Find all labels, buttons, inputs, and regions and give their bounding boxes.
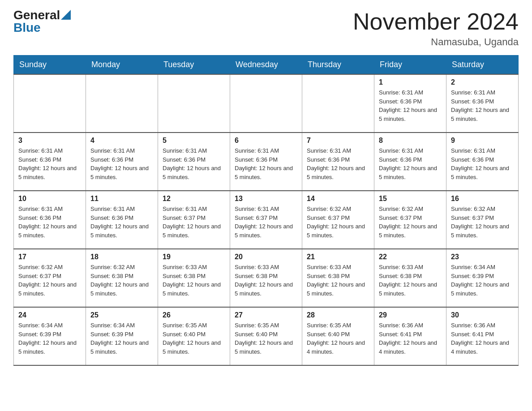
week-row-5: 24Sunrise: 6:34 AMSunset: 6:39 PMDayligh… [14, 307, 519, 365]
day-info: Sunrise: 6:31 AMSunset: 6:36 PMDaylight:… [163, 146, 225, 181]
calendar-table: Sunday Monday Tuesday Wednesday Thursday… [13, 55, 519, 366]
day-cell: 12Sunrise: 6:31 AMSunset: 6:37 PMDayligh… [158, 191, 230, 249]
day-number: 17 [18, 253, 81, 261]
month-title: November 2024 [353, 9, 519, 34]
week-row-1: 1Sunrise: 6:31 AMSunset: 6:36 PMDaylight… [14, 74, 519, 133]
day-cell: 16Sunrise: 6:32 AMSunset: 6:37 PMDayligh… [446, 191, 519, 249]
day-info: Sunrise: 6:31 AMSunset: 6:36 PMDaylight:… [90, 205, 153, 240]
day-cell: 15Sunrise: 6:32 AMSunset: 6:37 PMDayligh… [374, 191, 446, 249]
day-cell [14, 74, 86, 133]
day-info: Sunrise: 6:31 AMSunset: 6:36 PMDaylight:… [307, 146, 369, 181]
logo-triangle-icon [61, 10, 71, 20]
day-info: Sunrise: 6:35 AMSunset: 6:40 PMDaylight:… [235, 321, 297, 356]
day-cell: 27Sunrise: 6:35 AMSunset: 6:40 PMDayligh… [230, 307, 302, 365]
day-info: Sunrise: 6:32 AMSunset: 6:37 PMDaylight:… [307, 205, 369, 240]
day-cell: 13Sunrise: 6:31 AMSunset: 6:37 PMDayligh… [230, 191, 302, 249]
day-cell: 24Sunrise: 6:34 AMSunset: 6:39 PMDayligh… [14, 307, 86, 365]
day-number: 12 [163, 195, 225, 203]
day-info: Sunrise: 6:31 AMSunset: 6:36 PMDaylight:… [451, 88, 514, 123]
day-info: Sunrise: 6:31 AMSunset: 6:36 PMDaylight:… [18, 146, 81, 181]
day-cell: 14Sunrise: 6:32 AMSunset: 6:37 PMDayligh… [302, 191, 374, 249]
calendar-header-row: Sunday Monday Tuesday Wednesday Thursday… [14, 56, 519, 75]
day-info: Sunrise: 6:31 AMSunset: 6:36 PMDaylight:… [18, 205, 81, 240]
day-info: Sunrise: 6:35 AMSunset: 6:40 PMDaylight:… [163, 321, 225, 356]
logo-blue-text: Blue [13, 21, 41, 34]
day-info: Sunrise: 6:31 AMSunset: 6:36 PMDaylight:… [379, 146, 442, 181]
day-number: 18 [90, 253, 153, 261]
day-number: 25 [90, 311, 153, 319]
day-info: Sunrise: 6:31 AMSunset: 6:36 PMDaylight:… [235, 146, 297, 181]
day-cell: 4Sunrise: 6:31 AMSunset: 6:36 PMDaylight… [86, 133, 158, 191]
day-cell: 11Sunrise: 6:31 AMSunset: 6:36 PMDayligh… [86, 191, 158, 249]
col-friday: Friday [374, 56, 446, 75]
day-cell: 23Sunrise: 6:34 AMSunset: 6:39 PMDayligh… [446, 249, 519, 307]
week-row-3: 10Sunrise: 6:31 AMSunset: 6:36 PMDayligh… [14, 191, 519, 249]
day-number: 23 [451, 253, 514, 261]
logo: General Blue [13, 9, 71, 34]
day-number: 24 [18, 311, 81, 319]
svg-marker-0 [61, 10, 71, 20]
day-number: 13 [235, 195, 297, 203]
day-info: Sunrise: 6:33 AMSunset: 6:38 PMDaylight:… [307, 263, 369, 298]
location: Namasuba, Uganda [353, 36, 519, 48]
day-info: Sunrise: 6:31 AMSunset: 6:37 PMDaylight:… [163, 205, 225, 240]
title-area: November 2024 Namasuba, Uganda [353, 9, 519, 48]
day-cell: 30Sunrise: 6:36 AMSunset: 6:41 PMDayligh… [446, 307, 519, 365]
header: General Blue November 2024 Namasuba, Uga… [13, 9, 519, 48]
day-number: 16 [451, 195, 514, 203]
col-saturday: Saturday [446, 56, 519, 75]
day-info: Sunrise: 6:32 AMSunset: 6:37 PMDaylight:… [18, 263, 81, 298]
day-number: 3 [18, 137, 81, 145]
day-info: Sunrise: 6:34 AMSunset: 6:39 PMDaylight:… [90, 321, 153, 356]
day-cell: 7Sunrise: 6:31 AMSunset: 6:36 PMDaylight… [302, 133, 374, 191]
day-cell: 3Sunrise: 6:31 AMSunset: 6:36 PMDaylight… [14, 133, 86, 191]
day-cell [86, 74, 158, 133]
week-row-2: 3Sunrise: 6:31 AMSunset: 6:36 PMDaylight… [14, 133, 519, 191]
day-number: 11 [90, 195, 153, 203]
col-wednesday: Wednesday [230, 56, 302, 75]
day-number: 8 [379, 137, 442, 145]
day-cell: 1Sunrise: 6:31 AMSunset: 6:36 PMDaylight… [374, 74, 446, 133]
day-info: Sunrise: 6:35 AMSunset: 6:40 PMDaylight:… [307, 321, 369, 356]
day-info: Sunrise: 6:36 AMSunset: 6:41 PMDaylight:… [379, 321, 442, 356]
day-number: 30 [451, 311, 514, 319]
day-number: 19 [163, 253, 225, 261]
day-cell: 20Sunrise: 6:33 AMSunset: 6:38 PMDayligh… [230, 249, 302, 307]
day-number: 26 [163, 311, 225, 319]
col-monday: Monday [86, 56, 158, 75]
day-number: 29 [379, 311, 442, 319]
day-cell [302, 74, 374, 133]
day-cell: 21Sunrise: 6:33 AMSunset: 6:38 PMDayligh… [302, 249, 374, 307]
day-number: 2 [451, 78, 514, 86]
day-cell: 10Sunrise: 6:31 AMSunset: 6:36 PMDayligh… [14, 191, 86, 249]
day-number: 6 [235, 137, 297, 145]
day-number: 28 [307, 311, 369, 319]
day-cell: 28Sunrise: 6:35 AMSunset: 6:40 PMDayligh… [302, 307, 374, 365]
day-cell: 8Sunrise: 6:31 AMSunset: 6:36 PMDaylight… [374, 133, 446, 191]
day-number: 14 [307, 195, 369, 203]
day-info: Sunrise: 6:33 AMSunset: 6:38 PMDaylight:… [163, 263, 225, 298]
day-cell [158, 74, 230, 133]
day-number: 21 [307, 253, 369, 261]
day-info: Sunrise: 6:33 AMSunset: 6:38 PMDaylight:… [379, 263, 442, 298]
day-cell: 25Sunrise: 6:34 AMSunset: 6:39 PMDayligh… [86, 307, 158, 365]
day-cell: 22Sunrise: 6:33 AMSunset: 6:38 PMDayligh… [374, 249, 446, 307]
day-cell: 2Sunrise: 6:31 AMSunset: 6:36 PMDaylight… [446, 74, 519, 133]
day-info: Sunrise: 6:31 AMSunset: 6:36 PMDaylight:… [379, 88, 442, 123]
day-info: Sunrise: 6:33 AMSunset: 6:38 PMDaylight:… [235, 263, 297, 298]
logo-general-text: General [13, 9, 60, 21]
day-number: 1 [379, 78, 442, 86]
day-number: 27 [235, 311, 297, 319]
day-info: Sunrise: 6:31 AMSunset: 6:36 PMDaylight:… [451, 146, 514, 181]
week-row-4: 17Sunrise: 6:32 AMSunset: 6:37 PMDayligh… [14, 249, 519, 307]
day-info: Sunrise: 6:32 AMSunset: 6:37 PMDaylight:… [379, 205, 442, 240]
col-tuesday: Tuesday [158, 56, 230, 75]
day-cell [230, 74, 302, 133]
day-number: 4 [90, 137, 153, 145]
day-info: Sunrise: 6:32 AMSunset: 6:38 PMDaylight:… [90, 263, 153, 298]
day-cell: 5Sunrise: 6:31 AMSunset: 6:36 PMDaylight… [158, 133, 230, 191]
day-number: 20 [235, 253, 297, 261]
col-sunday: Sunday [14, 56, 86, 75]
day-info: Sunrise: 6:31 AMSunset: 6:36 PMDaylight:… [90, 146, 153, 181]
day-cell: 9Sunrise: 6:31 AMSunset: 6:36 PMDaylight… [446, 133, 519, 191]
